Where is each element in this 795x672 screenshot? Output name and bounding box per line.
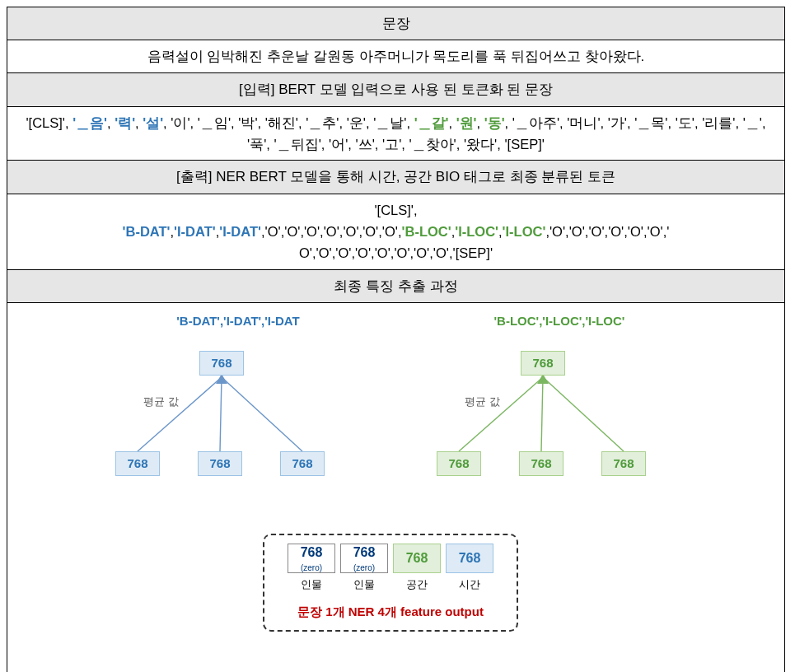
token: '머니' xyxy=(567,115,600,130)
token: '력' xyxy=(115,115,135,130)
token: , xyxy=(321,137,329,152)
feature-768-box: 768(zero) xyxy=(288,544,335,573)
token: , xyxy=(231,115,238,130)
token: '＿날' xyxy=(373,115,406,130)
token: '도' xyxy=(676,115,694,130)
right-root-768: 768 xyxy=(521,351,565,376)
header-input-tokens: [입력] BERT 모델 입력으로 사용 된 토큰화 된 문장 xyxy=(7,73,784,106)
token: , xyxy=(163,115,171,130)
bio-tag: 'B-DAT' xyxy=(123,224,171,239)
feature-slot-caption: 인물 xyxy=(340,576,388,594)
bio-tag: 'O','O','O','O','O','O','O', xyxy=(265,224,402,239)
feature-slot: 768(zero)인물 xyxy=(288,544,335,594)
token: , xyxy=(735,115,742,130)
token: '＿목' xyxy=(634,115,667,130)
sentence-text: 음력설이 임박해진 추운날 갈원동 아주머니가 목도리를 푹 뒤집어쓰고 찾아왔… xyxy=(7,40,784,73)
feature-slot-caption: 시간 xyxy=(446,576,493,594)
feature-slot-caption: 공간 xyxy=(393,576,441,594)
token: , xyxy=(559,115,567,130)
token: '푹' xyxy=(247,137,266,152)
token: '운' xyxy=(347,115,366,130)
token: , xyxy=(406,115,414,130)
token: , xyxy=(298,115,306,130)
svg-line-2 xyxy=(222,377,302,451)
token: , xyxy=(258,115,265,130)
token: '박' xyxy=(238,115,257,130)
token: '해진' xyxy=(265,115,298,130)
token: '[CLS]' xyxy=(26,115,65,130)
tokenized-sentence: '[CLS]', '＿음', '력', '설', '이', '＿임', '박',… xyxy=(7,107,784,161)
token: , xyxy=(339,115,347,130)
token: '왔다' xyxy=(464,137,497,152)
feature-output-box: 768(zero)인물768(zero)인물768공간768시간 문장 1개 N… xyxy=(263,534,518,632)
svg-line-5 xyxy=(541,377,543,451)
token: '＿갈' xyxy=(414,115,449,130)
token: '＿추' xyxy=(306,115,339,130)
token: , xyxy=(266,137,274,152)
token: '＿찾아' xyxy=(409,137,456,152)
left-avg-label: 평균 값 xyxy=(143,394,179,411)
header-output-tags: [출력] NER BERT 모델을 통해 시간, 공간 BIO 태그로 최종 분… xyxy=(7,161,784,194)
token: '쓰' xyxy=(356,137,375,152)
token: '＿' xyxy=(743,115,762,130)
token: , xyxy=(694,115,702,130)
svg-line-6 xyxy=(543,377,624,451)
bio-tags: '[CLS]', 'B-DAT','I-DAT','I-DAT','O','O'… xyxy=(7,194,784,270)
token: '고' xyxy=(382,137,401,152)
token: , xyxy=(505,115,512,130)
figure-table: 문장 음력설이 임박해진 추운날 갈원동 아주머니가 목도리를 푹 뒤집어쓰고 … xyxy=(7,7,785,672)
bio-tag: 'I-LOC' xyxy=(503,224,546,239)
feature-768-box: 768 xyxy=(446,544,493,573)
tags-line: 'B-DAT','I-DAT','I-DAT','O','O','O','O',… xyxy=(16,221,776,242)
feature-slot: 768공간 xyxy=(393,544,441,594)
token: , xyxy=(449,115,456,130)
token: '리를' xyxy=(702,115,735,130)
feature-output-caption: 문장 1개 NER 4개 feature output xyxy=(279,602,502,622)
token: , xyxy=(762,115,766,130)
feature-slot: 768시간 xyxy=(446,544,493,594)
token: , xyxy=(375,137,382,152)
token: '이' xyxy=(171,115,189,130)
feature-768-box: 768 xyxy=(393,544,441,573)
token: '어' xyxy=(329,137,348,152)
bio-tag: 'O','O','O','O','O','O',' xyxy=(549,224,669,239)
right-leaf-3: 768 xyxy=(601,451,646,476)
token: , xyxy=(348,137,355,152)
token: '가' xyxy=(608,115,627,130)
svg-line-4 xyxy=(459,377,543,451)
token: '＿뒤집' xyxy=(274,137,321,152)
svg-line-0 xyxy=(138,377,222,451)
token: , xyxy=(135,115,143,130)
token: '설' xyxy=(143,115,163,130)
right-leaf-2: 768 xyxy=(519,451,564,476)
header-sentence: 문장 xyxy=(7,7,784,40)
token: '＿음' xyxy=(72,115,107,130)
left-root-768: 768 xyxy=(199,351,244,376)
feature-slot-caption: 인물 xyxy=(288,576,335,594)
svg-line-1 xyxy=(220,377,222,451)
token: , xyxy=(107,115,115,130)
feature-diagram: 'B-DAT','I-DAT','I-DAT 'B-LOC','I-LOC','… xyxy=(7,303,784,672)
token: , xyxy=(456,137,464,152)
token: , xyxy=(627,115,634,130)
token: , xyxy=(601,115,608,130)
tags-line3: O','O','O','O','O','O','O','O','[SEP]' xyxy=(16,242,776,264)
token: '＿아주' xyxy=(512,115,559,130)
bio-tag: 'I-LOC' xyxy=(455,224,498,239)
token: '＿임' xyxy=(198,115,231,130)
left-leaf-2: 768 xyxy=(198,451,242,476)
bio-tag: 'I-DAT' xyxy=(219,224,261,239)
left-leaf-1: 768 xyxy=(115,451,160,476)
token: '동' xyxy=(484,115,505,130)
right-leaf-1: 768 xyxy=(437,451,481,476)
header-feature-extraction: 최종 특징 추출 과정 xyxy=(7,270,784,303)
token: , xyxy=(190,115,198,130)
right-avg-label: 평균 값 xyxy=(465,394,500,411)
token: , xyxy=(668,115,676,130)
feature-slots: 768(zero)인물768(zero)인물768공간768시간 xyxy=(279,544,502,594)
tags-cls: '[CLS]', xyxy=(16,199,776,221)
feature-768-box: 768(zero) xyxy=(340,544,388,573)
token: '원' xyxy=(456,115,477,130)
left-leaf-3: 768 xyxy=(280,451,325,476)
token: , xyxy=(65,115,72,130)
